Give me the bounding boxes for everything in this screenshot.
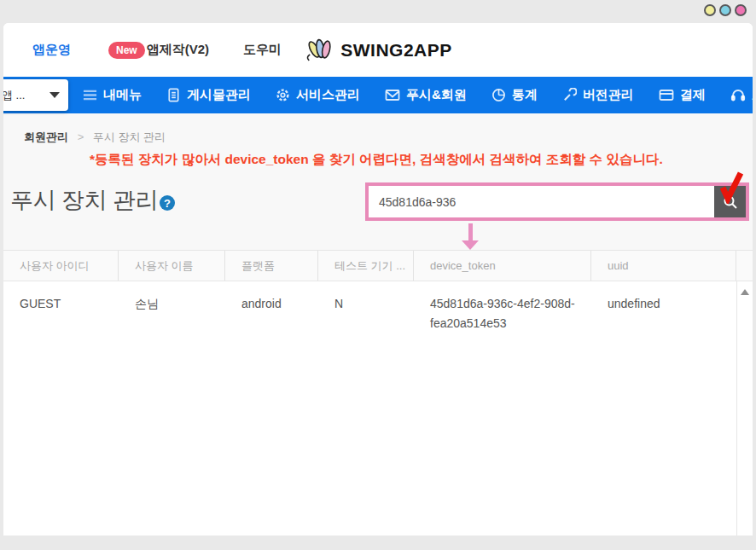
top-links: 앱운영 New 앱제작(V2) 도우미 bbox=[32, 23, 282, 77]
col-header-uuid: uuid bbox=[591, 251, 736, 281]
gear-icon bbox=[276, 88, 290, 102]
headset-icon bbox=[730, 88, 746, 102]
nav-item-push-members[interactable]: 푸시&회원 bbox=[385, 87, 467, 103]
pink-down-arrow-annotation bbox=[458, 223, 482, 250]
link-helper[interactable]: 도우미 bbox=[243, 42, 282, 58]
new-badge: New bbox=[108, 42, 145, 59]
cell-platform: android bbox=[225, 294, 318, 333]
page-title: 푸시 장치 관리 bbox=[10, 185, 158, 216]
swing2app-logo[interactable]: SWING2APP bbox=[304, 23, 452, 77]
col-header-platform: 플랫폼 bbox=[225, 251, 318, 281]
vertical-scrollbar[interactable] bbox=[736, 281, 753, 536]
link-app-maker-v2[interactable]: 앱제작(V2) bbox=[147, 42, 209, 58]
nav-item-label: 게시물관리 bbox=[187, 87, 251, 103]
nav-item-label: 서비스관리 bbox=[296, 87, 360, 103]
cell-device-token: 45d81d6a-936c-4ef2-908d-fea20a514e53 bbox=[414, 294, 591, 333]
window-dot-yellow[interactable] bbox=[704, 4, 716, 16]
window-dot-cyan[interactable] bbox=[719, 4, 731, 16]
breadcrumb-separator: > bbox=[78, 130, 84, 143]
pie-chart-icon bbox=[491, 88, 506, 102]
nav-item-version[interactable]: 버전관리 bbox=[562, 87, 634, 103]
device-table: 사용자 아이디 사용자 이름 플랫폼 테스트 기기 ... device_tok… bbox=[3, 250, 753, 536]
main-navbar: 앱 ... 내메뉴 게시물관리 bbox=[3, 77, 753, 113]
nav-item-services[interactable]: 서비스관리 bbox=[276, 87, 360, 103]
breadcrumb-member-management[interactable]: 회원관리 bbox=[24, 130, 68, 143]
breadcrumb: 회원관리 > 푸시 장치 관리 bbox=[24, 130, 166, 145]
app-select-dropdown[interactable]: 앱 ... bbox=[3, 79, 68, 111]
top-header: 앱운영 New 앱제작(V2) 도우미 SWING2APP bbox=[3, 23, 753, 77]
nav-item-my-menu[interactable]: 내메뉴 bbox=[83, 87, 142, 103]
post-icon bbox=[166, 88, 181, 102]
content-area: 회원관리 > 푸시 장치 관리 *등록된 장치가 많아서 device_toke… bbox=[3, 113, 753, 536]
table-body: GUEST 손님 android N 45d81d6a-936c-4ef2-90… bbox=[3, 281, 753, 536]
help-icon[interactable]: ? bbox=[160, 195, 175, 211]
logo-text: SWING2APP bbox=[340, 40, 452, 61]
link-app-operation[interactable]: 앱운영 bbox=[32, 42, 71, 58]
col-header-device-token: device_token bbox=[414, 251, 591, 281]
col-header-test-device: 테스트 기기 ... bbox=[318, 251, 414, 281]
nav-item-statistics[interactable]: 통계 bbox=[491, 87, 538, 103]
col-header-user-id: 사용자 아이디 bbox=[3, 251, 119, 281]
card-icon bbox=[659, 88, 674, 102]
wrench-icon bbox=[562, 88, 577, 102]
title-row: 푸시 장치 관리 ? bbox=[10, 185, 175, 216]
cell-test-device: N bbox=[318, 294, 414, 333]
window-dot-pink[interactable] bbox=[735, 4, 747, 16]
nav-items: 내메뉴 게시물관리 bbox=[83, 77, 753, 113]
menu-icon bbox=[83, 88, 97, 102]
nav-item-payment[interactable]: 결제 bbox=[659, 87, 706, 103]
app-window: 앱운영 New 앱제작(V2) 도우미 SWING2APP bbox=[0, 0, 756, 550]
search-input[interactable] bbox=[369, 186, 714, 217]
nav-item-posts[interactable]: 게시물관리 bbox=[166, 87, 251, 103]
table-header-row: 사용자 아이디 사용자 이름 플랫폼 테스트 기기 ... device_tok… bbox=[3, 250, 753, 281]
breadcrumb-current: 푸시 장치 관리 bbox=[93, 130, 166, 143]
cell-user-name: 손님 bbox=[119, 294, 225, 333]
col-header-filler bbox=[736, 251, 753, 281]
notice-text: *등록된 장치가 많아서 device_token 을 찾기 어렵다면, 검색창… bbox=[90, 151, 663, 169]
main-card: 앱운영 New 앱제작(V2) 도우미 SWING2APP bbox=[3, 23, 753, 536]
nav-item-label: 푸시&회원 bbox=[406, 87, 467, 103]
nav-item-label: 결제 bbox=[680, 87, 706, 103]
mail-icon bbox=[385, 88, 400, 102]
app-select-label: 앱 ... bbox=[3, 88, 44, 103]
search-bar-highlighted bbox=[365, 182, 749, 221]
nav-item-label: 고 bbox=[752, 87, 753, 103]
col-header-user-name: 사용자 이름 bbox=[119, 251, 225, 281]
red-check-annotation-icon bbox=[717, 170, 744, 204]
nav-item-support[interactable]: 고 bbox=[730, 87, 753, 103]
scroll-up-arrow-icon[interactable] bbox=[741, 289, 749, 295]
nav-item-label: 통계 bbox=[512, 87, 538, 103]
caret-down-icon bbox=[49, 92, 60, 98]
window-controls bbox=[704, 4, 747, 16]
logo-swirl-icon bbox=[304, 38, 336, 63]
cell-user-id: GUEST bbox=[3, 294, 119, 333]
nav-item-label: 내메뉴 bbox=[103, 87, 142, 103]
table-row: GUEST 손님 android N 45d81d6a-936c-4ef2-90… bbox=[3, 281, 753, 333]
nav-item-label: 버전관리 bbox=[583, 87, 634, 103]
cell-uuid: undefined bbox=[591, 294, 736, 333]
